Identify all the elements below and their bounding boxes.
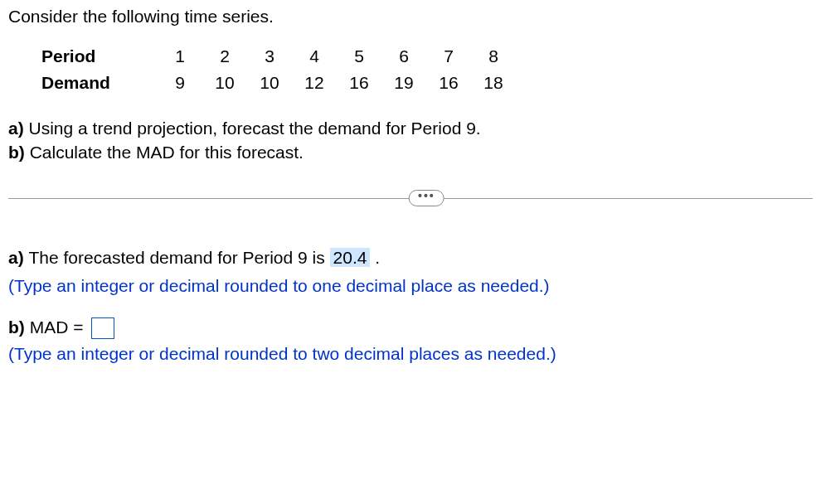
question-a-text: Using a trend projection, forecast the d…: [29, 119, 481, 138]
period-cell: 8: [471, 43, 516, 70]
table-row: Demand 9 10 10 12 16 19 16 18: [41, 70, 516, 96]
mad-input[interactable]: [91, 317, 114, 339]
answer-a-line: a) The forecasted demand for Period 9 is…: [8, 248, 813, 268]
demand-cell: 16: [337, 70, 381, 96]
period-cell: 4: [292, 43, 337, 70]
demand-cell: 10: [247, 70, 292, 96]
answer-b-text: MAD =: [30, 317, 89, 337]
period-cell: 2: [202, 43, 247, 70]
demand-cell: 18: [471, 70, 516, 96]
time-series-table: Period 1 2 3 4 5 6 7 8 Demand 9 10 10 12…: [41, 43, 516, 96]
period-cell: 1: [158, 43, 202, 70]
divider: •••: [8, 190, 813, 206]
question-block: a) Using a trend projection, forecast th…: [8, 116, 813, 165]
period-cell: 3: [247, 43, 292, 70]
answer-b-prefix: b): [8, 317, 30, 337]
answer-a-value: 20.4: [330, 248, 371, 267]
question-b: b) Calculate the MAD for this forecast.: [8, 140, 813, 164]
data-table-wrap: Period 1 2 3 4 5 6 7 8 Demand 9 10 10 12…: [41, 43, 813, 96]
period-cell: 6: [381, 43, 426, 70]
demand-cell: 19: [381, 70, 426, 96]
instruction-a: (Type an integer or decimal rounded to o…: [8, 276, 813, 296]
answer-a-text: The forecasted demand for Period 9 is: [29, 248, 330, 267]
demand-cell: 10: [202, 70, 247, 96]
period-cell: 7: [426, 43, 471, 70]
table-row: Period 1 2 3 4 5 6 7 8: [41, 43, 516, 70]
answer-a-suffix: .: [370, 248, 380, 267]
demand-cell: 12: [292, 70, 337, 96]
question-a: a) Using a trend projection, forecast th…: [8, 116, 813, 140]
period-cell: 5: [337, 43, 381, 70]
instruction-b: (Type an integer or decimal rounded to t…: [8, 344, 813, 364]
question-a-prefix: a): [8, 119, 29, 138]
demand-label: Demand: [41, 70, 158, 96]
demand-cell: 16: [426, 70, 471, 96]
expand-button[interactable]: •••: [409, 190, 445, 206]
demand-cell: 9: [158, 70, 202, 96]
question-b-text: Calculate the MAD for this forecast.: [30, 143, 304, 162]
answer-a-prefix: a): [8, 248, 29, 267]
intro-text: Consider the following time series.: [8, 7, 813, 27]
question-b-prefix: b): [8, 143, 30, 162]
period-label: Period: [41, 43, 158, 70]
answer-b-line: b) MAD =: [8, 317, 813, 339]
